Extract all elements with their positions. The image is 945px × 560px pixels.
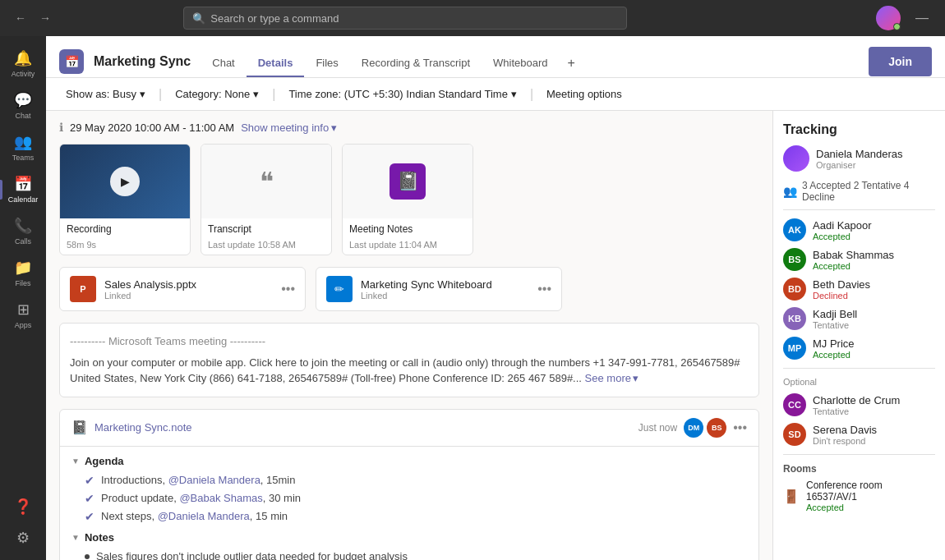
notes-time: Last update 11:04 AM xyxy=(343,240,472,255)
options-bar: Show as: Busy ▾ | Category: None ▾ | Tim… xyxy=(46,78,945,111)
check-icon-2: ✔ xyxy=(85,492,94,505)
notes-more-button[interactable]: ••• xyxy=(733,420,747,435)
meeting-text: ---------- Microsoft Teams meeting -----… xyxy=(59,323,759,397)
chat-icon xyxy=(14,91,32,109)
sidebar-label-chat: Chat xyxy=(15,112,30,120)
person-row-babak: BS Babak Shammas Accepted xyxy=(783,248,935,271)
minimize-button[interactable]: — xyxy=(909,7,935,29)
search-placeholder: Search or type a command xyxy=(210,12,339,25)
notes-title-link[interactable]: Marketing Sync.note xyxy=(94,421,192,434)
top-bar: ← → 🔍 Search or type a command — xyxy=(0,0,945,36)
timezone-select[interactable]: Time zone: (UTC +5:30) Indian Standard T… xyxy=(282,85,523,103)
transcript-time: Last update 10:58 AM xyxy=(201,240,331,255)
meeting-title-row: 📅 Marketing Sync Chat Details Files Reco… xyxy=(59,36,932,77)
file-card-pptx[interactable]: P Sales Analysis.pptx Linked ••• xyxy=(59,267,306,311)
onenote-icon: 📓 xyxy=(71,420,88,435)
sidebar-item-chat[interactable]: Chat xyxy=(0,85,46,126)
back-button[interactable]: ← xyxy=(10,8,31,28)
meeting-icon: 📅 xyxy=(59,49,84,74)
notes-avatar-2: BS xyxy=(707,418,726,438)
tab-details[interactable]: Details xyxy=(247,50,305,77)
transcript-thumb: ❝ xyxy=(201,145,331,218)
sidebar-item-calendar[interactable]: Calendar xyxy=(0,168,46,210)
meeting-body: ℹ 29 May 2020 10:00 AM - 11:00 AM Show m… xyxy=(46,111,945,560)
tab-add-button[interactable]: + xyxy=(560,49,583,77)
tab-whiteboard[interactable]: Whiteboard xyxy=(482,50,559,77)
agenda-section-header[interactable]: ▼ Agenda xyxy=(71,455,747,467)
room-name: Conference room 16537/AV/1 xyxy=(806,480,935,503)
recording-card[interactable]: ▶ Recording 58m 9s xyxy=(59,144,191,255)
tracking-title: Tracking xyxy=(783,122,935,137)
nav-arrows: ← → xyxy=(10,8,56,28)
notes-bullet-1: Sales figures don't include outlier data… xyxy=(71,550,747,561)
sidebar-label-apps: Apps xyxy=(15,321,32,329)
notes-header: 📓 Marketing Sync.note Just now DM BS ••• xyxy=(60,410,758,447)
check-icon-3: ✔ xyxy=(85,510,94,523)
join-button[interactable]: Join xyxy=(869,47,932,76)
sidebar-item-help[interactable] xyxy=(14,491,32,522)
notes-card[interactable]: 📓 Meeting Notes Last update 11:04 AM xyxy=(342,144,473,255)
meeting-options-link[interactable]: Meeting options xyxy=(540,85,629,103)
file-sub-pptx: Linked xyxy=(104,291,273,301)
forward-button[interactable]: → xyxy=(35,8,56,28)
tab-recording[interactable]: Recording & Transcript xyxy=(350,50,482,77)
calls-icon xyxy=(14,217,32,235)
sidebar: Activity Chat Teams Calendar Calls Files… xyxy=(0,36,46,560)
file-name-wb: Marketing Sync Whiteboard xyxy=(361,278,529,291)
file-more-pptx[interactable]: ••• xyxy=(281,282,295,296)
recording-thumb: ▶ xyxy=(60,145,190,218)
user-avatar[interactable] xyxy=(876,6,901,30)
avatar-serena: SD xyxy=(783,423,806,446)
avatar-aadi: AK xyxy=(783,218,806,241)
play-button[interactable]: ▶ xyxy=(110,167,140,196)
notes-section-header[interactable]: ▼ Notes xyxy=(71,531,747,544)
agenda-chevron: ▼ xyxy=(71,457,80,466)
agenda-item-3: ✔ Next steps, @Daniela Mandera, 15 min xyxy=(71,510,747,523)
category-select[interactable]: Category: None ▾ xyxy=(168,85,265,103)
notes-body: ▼ Agenda ✔ Introductions, @Daniela Mande… xyxy=(60,447,758,561)
file-row: P Sales Analysis.pptx Linked ••• ✏ Marke… xyxy=(59,267,759,311)
sidebar-item-settings[interactable] xyxy=(14,522,32,553)
media-cards: ▶ Recording 58m 9s ❝ Transcript Last upd… xyxy=(59,144,759,255)
meeting-header: 📅 Marketing Sync Chat Details Files Reco… xyxy=(46,36,945,78)
tab-chat[interactable]: Chat xyxy=(201,50,246,77)
optional-label: Optional xyxy=(783,377,935,387)
rooms-label: Rooms xyxy=(783,463,935,475)
recording-label: Recording xyxy=(60,218,190,240)
meeting-tabs: Chat Details Files Recording & Transcrip… xyxy=(201,49,583,77)
recording-duration: 58m 9s xyxy=(60,240,190,255)
bullet-1 xyxy=(85,554,90,559)
ppt-icon: P xyxy=(70,276,96,302)
sidebar-item-activity[interactable]: Activity xyxy=(0,43,46,85)
show-as-select[interactable]: Show as: Busy ▾ xyxy=(59,85,152,103)
people-icon: 👥 xyxy=(783,185,797,198)
see-more-button[interactable]: See more ▾ xyxy=(585,370,638,387)
teams-icon xyxy=(14,133,32,151)
info-icon: ℹ xyxy=(59,121,63,134)
person-row-serena: SD Serena Davis Din't respond xyxy=(783,423,935,446)
notes-thumb: 📓 xyxy=(343,145,472,218)
tab-files[interactable]: Files xyxy=(304,50,349,77)
sidebar-item-calls[interactable]: Calls xyxy=(0,210,46,252)
transcript-card[interactable]: ❝ Transcript Last update 10:58 AM xyxy=(201,144,332,255)
file-more-wb[interactable]: ••• xyxy=(537,282,551,296)
whiteboard-icon: ✏ xyxy=(326,276,353,302)
files-icon xyxy=(14,259,32,277)
sidebar-item-apps[interactable]: Apps xyxy=(0,294,46,336)
person-row-mj: MP MJ Price Accepted xyxy=(783,337,935,360)
file-card-whiteboard[interactable]: ✏ Marketing Sync Whiteboard Linked ••• xyxy=(316,267,562,311)
content-area: 📅 Marketing Sync Chat Details Files Reco… xyxy=(46,36,945,560)
notes-icon: 📓 xyxy=(390,163,426,200)
search-bar[interactable]: 🔍 Search or type a command xyxy=(183,7,627,30)
meeting-title: Marketing Sync xyxy=(94,54,191,69)
sidebar-bottom xyxy=(14,491,32,553)
agenda-item-2: ✔ Product update, @Babak Shamas, 30 min xyxy=(71,492,747,505)
person-row-aadi: AK Aadi Kapoor Accepted xyxy=(783,218,935,241)
room-status: Accepted xyxy=(806,503,935,512)
show-meeting-info[interactable]: Show meeting info ▾ xyxy=(241,122,337,134)
sidebar-label-files: Files xyxy=(15,279,30,287)
main-content: ℹ 29 May 2020 10:00 AM - 11:00 AM Show m… xyxy=(46,111,772,560)
sidebar-item-files[interactable]: Files xyxy=(0,252,46,294)
sidebar-item-teams[interactable]: Teams xyxy=(0,126,46,168)
attendance-summary: 👥 3 Accepted 2 Tentative 4 Decline xyxy=(783,180,935,210)
